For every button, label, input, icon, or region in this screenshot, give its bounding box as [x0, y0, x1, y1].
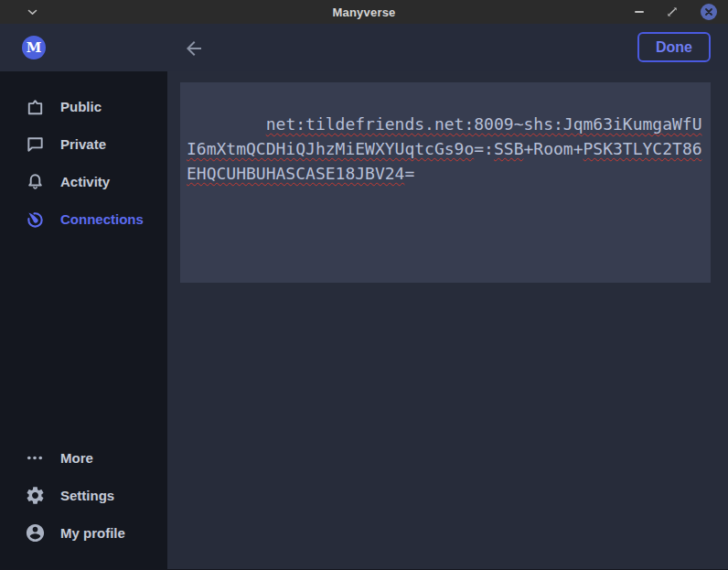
restore-icon: [666, 5, 679, 18]
ellipsis-icon: [24, 447, 46, 469]
minimize-icon: [635, 11, 644, 13]
sidebar-item-settings[interactable]: Settings: [0, 477, 167, 514]
app-header: M Done: [0, 24, 728, 71]
close-button[interactable]: [701, 4, 717, 20]
sidebar-item-label: Public: [60, 99, 102, 114]
sidebar: Public Private Activity: [0, 71, 167, 570]
sidebar-item-label: Private: [60, 136, 106, 152]
connections-dial-icon: [24, 209, 46, 231]
window-controls: [635, 4, 717, 20]
sidebar-item-private[interactable]: Private: [0, 125, 167, 163]
invite-code-input[interactable]: net:tildefriends.net:8009~shs:Jqm63iKumg…: [180, 82, 711, 283]
bulletin-board-icon: [24, 96, 46, 118]
titlebar: Manyverse: [0, 0, 728, 24]
sidebar-item-label: My profile: [60, 525, 125, 541]
invite-code-text: net:tildefriends.net:8009~shs:Jqm63iKumg…: [187, 114, 702, 183]
done-button[interactable]: Done: [637, 32, 711, 62]
main-area: net:tildefriends.net:8009~shs:Jqm63iKumg…: [167, 71, 728, 570]
manyverse-logo: M: [22, 36, 46, 59]
sidebar-item-public[interactable]: Public: [0, 88, 167, 125]
bell-icon: [24, 171, 46, 193]
sidebar-item-more[interactable]: More: [0, 439, 167, 477]
sidebar-item-activity[interactable]: Activity: [0, 163, 167, 200]
chevron-down-icon[interactable]: [27, 9, 37, 16]
window-title: Manyverse: [332, 5, 395, 19]
logo-letter: M: [27, 39, 42, 56]
back-button[interactable]: [182, 37, 206, 60]
sidebar-item-label: Connections: [60, 211, 144, 227]
arrow-left-icon: [183, 38, 205, 59]
sidebar-item-label: More: [60, 450, 93, 466]
app-window: Manyverse M: [0, 0, 728, 570]
restore-button[interactable]: [666, 5, 679, 18]
sidebar-item-label: Settings: [60, 488, 114, 503]
sidebar-footer-nav: More Settings My profile: [0, 439, 167, 552]
account-circle-icon: [24, 522, 46, 544]
sidebar-item-connections[interactable]: Connections: [0, 200, 167, 238]
minimize-button[interactable]: [635, 11, 644, 13]
gear-icon: [24, 485, 46, 507]
close-icon: [704, 7, 713, 16]
sidebar-item-label: Activity: [60, 174, 110, 189]
sidebar-item-my-profile[interactable]: My profile: [0, 514, 167, 552]
content-area: Public Private Activity: [0, 71, 728, 570]
chat-bubble-icon: [24, 134, 46, 156]
sidebar-main-nav: Public Private Activity: [0, 88, 167, 238]
